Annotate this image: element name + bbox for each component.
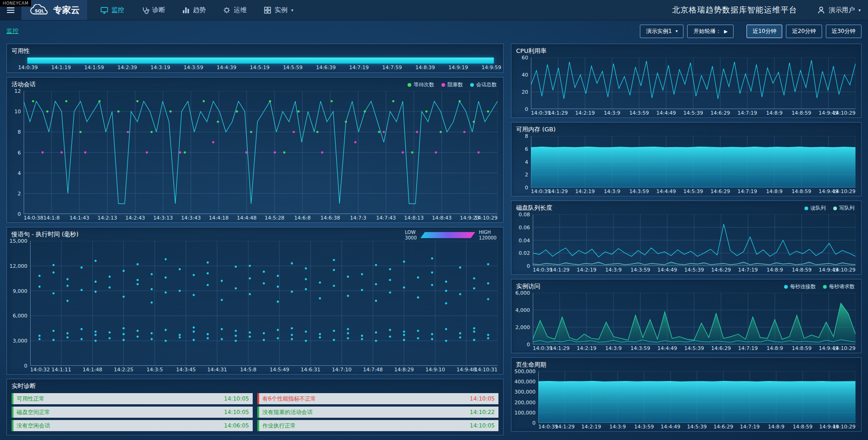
plot-area[interactable]: [533, 214, 855, 266]
plot-area[interactable]: [538, 371, 855, 423]
instance-access-panel: 实例访问 每秒连接数每秒请求数 02,0004,0006,000 14:0:39…: [511, 279, 862, 353]
diagnosis-row[interactable]: 磁盘空间正常14:10:05: [12, 407, 253, 418]
range-30min-button[interactable]: 近30分钟: [826, 25, 862, 38]
x-tick-label: 14:8:9: [768, 424, 784, 430]
x-tick-label: 14:8:59: [793, 424, 812, 430]
x-tick-label: 14:3:9: [604, 110, 620, 116]
nav-trend[interactable]: 趋势: [182, 0, 206, 20]
x-tick-label: 14:8:9: [766, 345, 783, 351]
legend-label: 阻塞数: [447, 81, 463, 88]
y-tick-label: 2: [525, 172, 528, 178]
sessions-chart-svg[interactable]: [24, 91, 498, 214]
nav-instances[interactable]: 实例 ▾: [263, 0, 294, 20]
time-label: 14:9:19: [448, 65, 468, 71]
x-tick-label: 14:1:43: [70, 215, 89, 221]
legend-item[interactable]: 读队列: [804, 205, 826, 212]
diagnosis-row[interactable]: 没有空闲会话14:06:05: [12, 420, 253, 431]
instance-access-chart-svg[interactable]: [533, 293, 855, 344]
y-tick-label: 60: [522, 55, 528, 61]
range-10min-button[interactable]: 近10分钟: [747, 25, 782, 38]
legend-dot-icon: [784, 285, 788, 289]
user-label: 演示用户: [829, 6, 855, 14]
panel-title: CPU利用率: [511, 44, 861, 56]
nav-operations[interactable]: 运维: [223, 0, 247, 20]
x-tick-label: 14:3:9: [609, 424, 625, 430]
disk-queue-chart-svg[interactable]: [533, 214, 855, 266]
y-tick-label: 8: [18, 129, 21, 135]
toolbar: 监控 演示实例1 ▾ 开始轮播： ▶ 近10分钟 近20分钟 近30分钟: [0, 20, 868, 42]
memory-chart-svg[interactable]: [531, 136, 855, 188]
x-tick-label: 14:9:48: [457, 367, 476, 373]
carousel-button[interactable]: 开始轮播： ▶: [687, 25, 734, 38]
plot-area[interactable]: [533, 293, 855, 344]
grid-icon: [263, 6, 272, 14]
diagnosis-row[interactable]: 没有阻塞的活动会话14:10:22: [257, 407, 498, 418]
y-axis: 0204060: [512, 58, 531, 116]
plot-area[interactable]: [30, 241, 498, 366]
legend-dot-icon: [470, 83, 474, 87]
x-tick-label: 14:1:48: [83, 367, 102, 373]
plot-area[interactable]: [531, 136, 855, 188]
time-label: 14:0:39: [18, 65, 38, 71]
x-tick-label: 14:8:9: [766, 110, 782, 116]
range-20min-button[interactable]: 近20分钟: [786, 25, 822, 38]
active-sessions-panel: 活动会话 等待次数阻塞数会话总数 024681012 14:0:3814:1:8…: [6, 77, 504, 223]
y-tick-label: 2: [18, 190, 21, 196]
y-tick-label: 400,000: [515, 379, 536, 385]
x-tick-label: 14:8:59: [791, 110, 811, 116]
x-tick-label: 14:2:43: [125, 215, 145, 221]
legend-item[interactable]: 会话总数: [470, 81, 497, 88]
x-tick-label: 14:8:59: [791, 188, 811, 194]
diagnosis-row[interactable]: 有6个性能指标不正常14:10:05: [257, 393, 498, 404]
diagnosis-time: 14:10:05: [470, 395, 495, 402]
user-menu[interactable]: 演示用户 ▾: [817, 6, 861, 15]
legend: 等待次数阻塞数会话总数: [408, 81, 497, 88]
x-tick-label: 14:3:59: [629, 188, 649, 194]
availability-panel: 可用性 14:0:3914:1:1914:1:5914:2:3914:3:191…: [6, 44, 504, 73]
diagnosis-text: 磁盘空间正常: [17, 408, 50, 416]
y-tick-label: 6,000: [516, 290, 530, 296]
y-axis: 0100,000200,000300,000400,000500,000: [512, 371, 538, 430]
time-label: 14:3:59: [184, 65, 203, 71]
x-tick-label: 14:8:59: [792, 345, 811, 351]
availability-bar[interactable]: [27, 58, 494, 64]
y-tick-label: 12: [14, 88, 21, 94]
plot-area[interactable]: [24, 91, 498, 214]
legend: 读队列写队列: [804, 205, 855, 212]
heat-high: HIGH 120000: [479, 230, 497, 240]
diagnosis-time: 14:10:05: [470, 422, 495, 429]
y-axis: 00.020.040.060.08: [512, 214, 533, 273]
diagnosis-row[interactable]: 作业执行正常14:10:05: [257, 420, 498, 431]
time-label: 14:5:59: [283, 65, 302, 71]
y-tick-label: 500,000: [515, 369, 536, 375]
plot-area[interactable]: [531, 58, 855, 109]
diagnosis-row[interactable]: 可用性正常14:10:05: [12, 393, 253, 404]
legend-item[interactable]: 等待次数: [408, 81, 434, 88]
instance-select[interactable]: 演示实例1 ▾: [640, 25, 683, 38]
availability-timeline: 14:0:3914:1:1914:1:5914:2:3914:3:1914:3:…: [18, 65, 501, 71]
instance-access-chart: 02,0004,0006,000 14:0:3914:1:2914:2:1914…: [511, 291, 861, 353]
legend-label: 等待次数: [414, 81, 434, 88]
cpu-chart-svg[interactable]: [531, 58, 855, 109]
slow-query-chart-svg[interactable]: [30, 241, 498, 366]
legend-item[interactable]: 每秒连接数: [784, 283, 816, 290]
nav-diagnosis[interactable]: 诊断: [141, 0, 165, 20]
play-icon: ▶: [724, 29, 728, 34]
x-tick-label: 14:2:19: [577, 267, 596, 273]
carousel-label: 开始轮播：: [693, 27, 721, 35]
x-tick-label: 14:7:10: [332, 367, 351, 373]
x-axis: 14:0:3914:1:2914:2:1914:3:914:3:5914:4:4…: [533, 266, 855, 273]
y-tick-label: 12,000: [10, 263, 28, 269]
y-tick-label: 4,000: [516, 307, 530, 313]
left-column: 可用性 14:0:3914:1:1914:1:5914:2:3914:3:191…: [6, 44, 504, 435]
legend-item[interactable]: 阻塞数: [441, 81, 463, 88]
x-tick-label: 14:5:39: [683, 188, 703, 194]
x-tick-label: 14:3:59: [631, 345, 650, 351]
legend-item[interactable]: 每秒请求数: [823, 283, 855, 290]
nav-monitoring[interactable]: 监控: [100, 0, 124, 20]
legend-item[interactable]: 写队列: [833, 205, 855, 212]
y-tick-label: 6: [18, 149, 21, 155]
breadcrumb[interactable]: 监控: [6, 27, 19, 35]
page-life-chart-svg[interactable]: [538, 371, 855, 423]
cloud-logo-icon: SQL: [29, 4, 50, 16]
